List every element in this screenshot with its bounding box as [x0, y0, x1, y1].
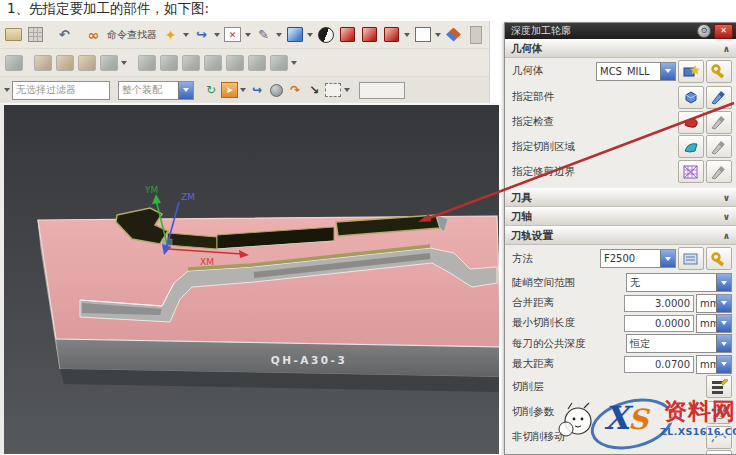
method-label: 方法	[512, 252, 533, 266]
effects-icon[interactable]: ✦	[160, 25, 181, 45]
geometry-combo[interactable]: MCS_MILL	[596, 62, 676, 81]
edit-geometry-button[interactable]	[706, 60, 732, 83]
method-list-icon	[682, 251, 700, 267]
rect-select-icon[interactable]	[324, 81, 342, 99]
select-dropdown-icon[interactable]	[344, 88, 350, 92]
common-depth-dropdown-icon[interactable]	[716, 335, 731, 352]
snap-point-icon[interactable]: ➤	[221, 82, 238, 98]
selection-info-field[interactable]	[359, 82, 405, 99]
merge-unit-dropdown-icon[interactable]	[716, 295, 731, 312]
orient-csys-icon[interactable]	[381, 25, 402, 45]
window-dropdown-icon[interactable]	[435, 33, 441, 37]
refresh-icon[interactable]: ↻	[202, 81, 220, 99]
simulate-icon[interactable]	[180, 53, 201, 73]
csys-dropdown-icon[interactable]	[404, 33, 410, 37]
select-part-button[interactable]	[678, 86, 704, 109]
selection-filter-combo[interactable]: 无选择过滤器	[12, 81, 110, 100]
display-check-button[interactable]	[706, 111, 732, 134]
side-panel-icon[interactable]	[465, 25, 486, 45]
create-dropdown-icon[interactable]	[121, 61, 127, 65]
min-cut-unit-dropdown-icon[interactable]	[716, 315, 731, 332]
max-distance-field[interactable]: 0.0700	[624, 356, 694, 373]
verify-toolpath-icon[interactable]	[158, 53, 179, 73]
geometry-label: 几何体	[512, 64, 544, 78]
pattern-icon[interactable]	[25, 25, 46, 45]
shop-doc-icon[interactable]	[268, 53, 289, 73]
disabled-tool-icon[interactable]	[3, 53, 24, 73]
generate-toolpath-icon[interactable]	[136, 53, 157, 73]
snap-tool-icon[interactable]: ↪	[191, 25, 212, 45]
method-dropdown-icon[interactable]	[660, 250, 675, 267]
steep-dropdown-icon[interactable]	[716, 274, 731, 291]
common-depth-combo[interactable]: 恒定	[626, 334, 732, 353]
ops-dropdown-icon[interactable]	[291, 61, 297, 65]
viewport-3d[interactable]: QH-A30-3 YM ZM XM	[0, 103, 499, 454]
create-program-icon[interactable]	[32, 53, 53, 73]
steep-combo[interactable]: 无	[626, 273, 732, 292]
rollback-icon[interactable]: ↪	[248, 81, 266, 99]
method-combo[interactable]: F2500	[600, 249, 676, 268]
max-unit-dropdown-icon[interactable]	[716, 356, 731, 373]
hook-select-icon[interactable]: ↘	[305, 81, 323, 99]
command-finder-icon[interactable]: ∞	[83, 25, 104, 45]
feeds-button[interactable]	[706, 450, 732, 455]
view-dropdown-icon[interactable]	[307, 33, 313, 37]
dialog-options-icon[interactable]: ⚙	[697, 24, 711, 38]
new-method-button[interactable]	[678, 247, 704, 270]
shading-icon[interactable]	[315, 25, 336, 45]
undo-icon[interactable]: ↶	[54, 25, 75, 45]
merge-unit-combo[interactable]: mm	[696, 294, 732, 313]
snap-dropdown-icon[interactable]	[214, 33, 220, 37]
geometry-dropdown-icon[interactable]	[660, 63, 675, 80]
sphere-icon[interactable]	[267, 81, 285, 99]
machine-icon[interactable]	[246, 53, 267, 73]
display-part-button[interactable]	[706, 86, 732, 109]
postprocess-icon[interactable]	[202, 53, 223, 73]
window-icon[interactable]	[412, 25, 433, 45]
cut-params-row: 切削参数	[505, 399, 736, 425]
sketch-icon[interactable]: ✎	[253, 25, 274, 45]
select-check-button[interactable]	[678, 111, 704, 134]
expand-icon: ∨	[723, 212, 730, 222]
section-tool[interactable]: 刀具 ∨	[505, 188, 736, 207]
wcs-icon[interactable]	[359, 25, 380, 45]
command-finder-label[interactable]: 命令查找器	[107, 28, 157, 42]
min-cut-field[interactable]: 0.0000	[624, 315, 694, 332]
dialog-close-icon[interactable]: ✕	[714, 24, 733, 39]
section-geometry[interactable]: 几何体 ∧	[505, 39, 736, 58]
max-unit-combo[interactable]: mm	[696, 355, 732, 374]
create-method-icon[interactable]	[98, 53, 119, 73]
new-geometry-button[interactable]	[678, 60, 704, 83]
selection-scope-combo[interactable]: 整个装配	[118, 81, 194, 100]
select-trim-button[interactable]	[678, 160, 704, 183]
cut-levels-button[interactable]	[706, 375, 732, 398]
scope-dropdown-icon[interactable]	[178, 82, 193, 99]
merge-distance-field[interactable]: 3.0000	[624, 295, 694, 312]
dialog-titlebar[interactable]: 深度加工轮廓 ⚙ ✕	[505, 23, 736, 39]
select-cut-area-button[interactable]	[678, 135, 704, 158]
non-cutting-button[interactable]	[706, 426, 732, 449]
display-cut-area-button[interactable]	[706, 135, 732, 158]
close-view-dropdown-icon[interactable]	[245, 33, 251, 37]
open-folder-icon[interactable]	[3, 25, 24, 45]
close-view-icon[interactable]: ✕	[222, 25, 243, 45]
move-object-icon[interactable]	[443, 25, 464, 45]
snap-point-dropdown-icon[interactable]	[240, 88, 246, 92]
effects-dropdown-icon[interactable]	[183, 33, 189, 37]
list-toolpath-icon[interactable]	[224, 53, 245, 73]
sketch-dropdown-icon[interactable]	[276, 33, 282, 37]
edit-method-button[interactable]	[706, 247, 732, 270]
datum-csys-icon[interactable]	[337, 25, 358, 45]
filter-caret-icon[interactable]	[4, 88, 10, 92]
create-geometry-icon[interactable]	[76, 53, 97, 73]
view-cube-icon[interactable]	[284, 25, 305, 45]
rotate-view-icon[interactable]: ↷	[286, 81, 304, 99]
section-path-settings[interactable]: 刀轨设置 ∧	[505, 226, 736, 245]
part-engraved-label: QH-A30-3	[271, 354, 347, 366]
min-cut-unit-combo[interactable]: mm	[696, 314, 732, 333]
expand-icon: ∨	[723, 193, 730, 203]
section-tool-axis[interactable]: 刀轴 ∨	[505, 207, 736, 226]
create-tool-icon[interactable]	[54, 53, 75, 73]
display-trim-button[interactable]	[706, 160, 732, 183]
cut-params-button[interactable]	[706, 401, 732, 424]
